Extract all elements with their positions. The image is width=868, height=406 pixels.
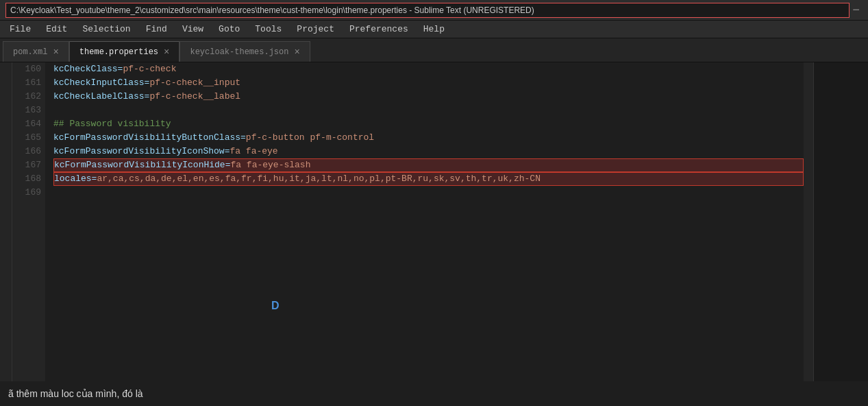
line-number: 168 — [12, 172, 41, 186]
code-area[interactable]: D kcCheckClass=pf-c-checkkcCheckInputCla… — [45, 62, 804, 381]
menu-item-preferences[interactable]: Preferences — [343, 23, 415, 36]
status-bar: ã thêm màu loc của mình, đó là — [0, 381, 868, 406]
line-number: 169 — [12, 186, 41, 200]
code-line: kcFormPasswordVisibilityIconHide=fa fa-e… — [53, 158, 804, 172]
code-line — [53, 186, 804, 200]
line-number: 167 — [12, 158, 41, 172]
title-bar-content — [5, 3, 850, 18]
tab-label: keycloak-themes.json — [190, 47, 288, 57]
line-number: 160 — [12, 62, 41, 76]
minimap — [813, 62, 868, 381]
tab-theme-properties[interactable]: theme.properties× — [69, 41, 180, 62]
menu-item-goto[interactable]: Goto — [212, 23, 247, 36]
line-number: 166 — [12, 145, 41, 158]
tab-close-icon[interactable]: × — [53, 47, 58, 57]
code-line: ## Password visibility — [53, 117, 804, 131]
tab-close-icon[interactable]: × — [164, 47, 169, 57]
menu-item-selection[interactable]: Selection — [75, 23, 137, 36]
tab-pom-xml[interactable]: pom.xml× — [3, 41, 69, 62]
menu-bar: FileEditSelectionFindViewGotoToolsProjec… — [0, 21, 868, 38]
line-number: 164 — [12, 117, 41, 131]
scrollbar[interactable] — [804, 62, 813, 381]
line-number: 165 — [12, 131, 41, 145]
code-line: locales=ar,ca,cs,da,de,el,en,es,fa,fr,fi… — [53, 172, 804, 186]
code-line: kcCheckClass=pf-c-check — [53, 62, 804, 76]
line-numbers: 160161162163164165166167168169 — [12, 62, 45, 381]
tab-close-icon[interactable]: × — [294, 47, 299, 57]
menu-item-file[interactable]: File — [3, 23, 38, 36]
menu-item-tools[interactable]: Tools — [248, 23, 288, 36]
line-number: 162 — [12, 90, 41, 104]
title-bar: − — [0, 0, 868, 21]
code-line: kcCheckLabelClass=pf-c-check__label — [53, 90, 804, 104]
line-number: 161 — [12, 76, 41, 90]
tab-keycloak-themes-json[interactable]: keycloak-themes.json× — [179, 41, 310, 62]
menu-item-edit[interactable]: Edit — [39, 23, 74, 36]
menu-item-find[interactable]: Find — [139, 23, 174, 36]
tab-label: theme.properties — [79, 47, 158, 57]
menu-item-view[interactable]: View — [175, 23, 210, 36]
code-line: kcFormPasswordVisibilityIconShow=fa fa-e… — [53, 145, 804, 158]
close-button[interactable]: − — [850, 3, 863, 17]
title-input[interactable] — [5, 3, 850, 18]
code-line — [53, 104, 804, 117]
code-line: kcFormPasswordVisibilityButtonClass=pf-c… — [53, 131, 804, 145]
subtitle-text: ã thêm màu loc của mình, đó là — [8, 388, 143, 399]
menu-item-help[interactable]: Help — [417, 23, 451, 36]
line-number: 163 — [12, 104, 41, 117]
d-indicator: D — [271, 299, 280, 313]
left-gutter — [0, 62, 12, 381]
code-line: kcCheckInputClass=pf-c-check__input — [53, 76, 804, 90]
menu-item-project[interactable]: Project — [290, 23, 341, 36]
editor-area: 160161162163164165166167168169 D kcCheck… — [0, 62, 868, 381]
tab-bar: pom.xml×theme.properties×keycloak-themes… — [0, 38, 868, 62]
tab-label: pom.xml — [13, 47, 47, 57]
